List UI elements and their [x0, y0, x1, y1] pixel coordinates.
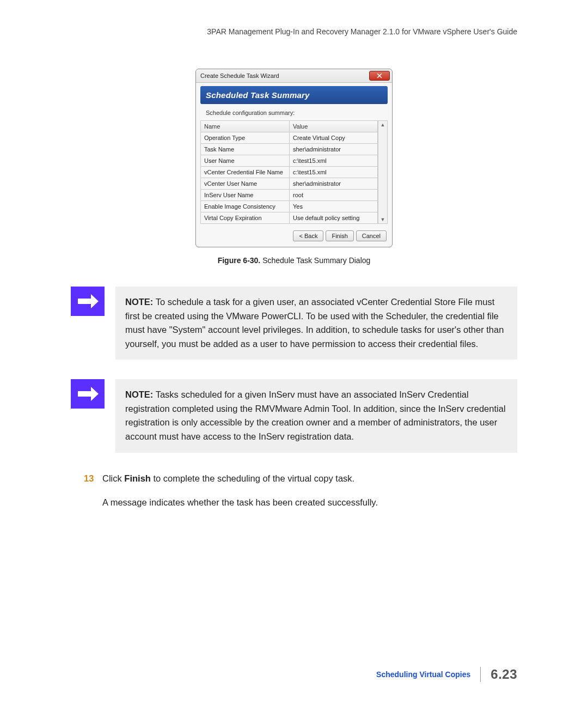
cell-value: Use default policy setting [290, 212, 377, 224]
cell-value: root [290, 190, 377, 201]
note-text: NOTE: To schedule a task for a given use… [115, 287, 517, 360]
dialog-footer: < Back Finish Cancel [196, 226, 392, 247]
cell-name: Virtal Copy Expiration [201, 212, 290, 224]
dialog-subhead: Schedule configuration summary: [196, 106, 392, 120]
cell-name: vCenter Credential File Name [201, 167, 290, 178]
dialog-banner: Scheduled Task Summary [200, 86, 388, 104]
scroll-down-icon[interactable]: ▼ [381, 216, 385, 223]
dialog-title: Create Schedule Task Wizard [200, 72, 279, 79]
cell-value: sher\administrator [290, 144, 377, 155]
col-header-name[interactable]: Name [201, 121, 290, 132]
close-icon [376, 73, 383, 78]
close-button[interactable] [369, 71, 390, 81]
table-row: Enable Image ConsistencyYes [201, 201, 377, 212]
cell-name: Task Name [201, 144, 290, 155]
cell-name: Enable Image Consistency [201, 201, 290, 212]
note-block-2: NOTE: Tasks scheduled for a given InServ… [71, 379, 517, 452]
finish-button[interactable]: Finish [326, 230, 353, 241]
note-block-1: NOTE: To schedule a task for a given use… [71, 287, 517, 360]
step-text-post: to complete the scheduling of the virtua… [151, 473, 354, 483]
table-row: Virtal Copy ExpirationUse default policy… [201, 212, 377, 224]
cell-name: User Name [201, 155, 290, 167]
dialog-body: Name Value Operation TypeCreate Virtual … [200, 120, 388, 224]
page-header: 3PAR Management Plug-In and Recovery Man… [71, 27, 517, 36]
cancel-button[interactable]: Cancel [356, 230, 387, 241]
cell-name: Operation Type [201, 132, 290, 144]
scroll-up-icon[interactable]: ▲ [381, 121, 385, 129]
note-body: To schedule a task for a given user, an … [125, 297, 504, 349]
footer-page-number: 6.23 [491, 667, 517, 682]
note-body: Tasks scheduled for a given InServ must … [125, 389, 506, 441]
step-text-pre: Click [102, 473, 124, 483]
cell-value: c:\test15.xml [290, 167, 377, 178]
table-row: vCenter User Namesher\administrator [201, 178, 377, 190]
footer-section: Scheduling Virtual Copies [376, 670, 470, 679]
step-number: 13 [84, 471, 94, 485]
cell-value: Create Virtual Copy [290, 132, 377, 144]
cell-name: InServ User Name [201, 190, 290, 201]
table-row: InServ User Nameroot [201, 190, 377, 201]
cell-name: vCenter User Name [201, 178, 290, 190]
dialog-titlebar: Create Schedule Task Wizard [196, 69, 392, 83]
col-header-value[interactable]: Value [290, 121, 377, 132]
dialog-create-schedule-task-wizard: Create Schedule Task Wizard Scheduled Ta… [195, 69, 393, 247]
scrollbar[interactable]: ▲ ▼ [378, 120, 388, 224]
table-row: Task Namesher\administrator [201, 144, 377, 155]
back-button[interactable]: < Back [293, 230, 323, 241]
step-13: 13 Click Finish to complete the scheduli… [71, 471, 517, 510]
figure-caption: Figure 6-30. Schedule Task Summary Dialo… [218, 256, 371, 265]
cell-value: c:\test15.xml [290, 155, 377, 167]
cell-value: Yes [290, 201, 377, 212]
step-subtext: A message indicates whether the task has… [102, 495, 517, 509]
figure-label: Figure 6-30. [218, 256, 261, 265]
note-text: NOTE: Tasks scheduled for a given InServ… [115, 379, 517, 452]
footer-divider [480, 667, 481, 682]
note-arrow-icon [71, 287, 105, 316]
step-text-bold: Finish [124, 473, 151, 483]
summary-table: Name Value Operation TypeCreate Virtual … [200, 120, 378, 224]
cell-value: sher\administrator [290, 178, 377, 190]
table-row: User Namec:\test15.xml [201, 155, 377, 167]
note-label: NOTE: [125, 297, 153, 307]
note-label: NOTE: [125, 389, 153, 399]
table-header-row: Name Value [201, 121, 377, 132]
page-footer: Scheduling Virtual Copies 6.23 [376, 667, 517, 682]
note-arrow-icon [71, 379, 105, 409]
figure-text: Schedule Task Summary Dialog [262, 256, 370, 265]
table-row: vCenter Credential File Namec:\test15.xm… [201, 167, 377, 178]
dialog-figure: Create Schedule Task Wizard Scheduled Ta… [71, 69, 517, 265]
table-row: Operation TypeCreate Virtual Copy [201, 132, 377, 144]
